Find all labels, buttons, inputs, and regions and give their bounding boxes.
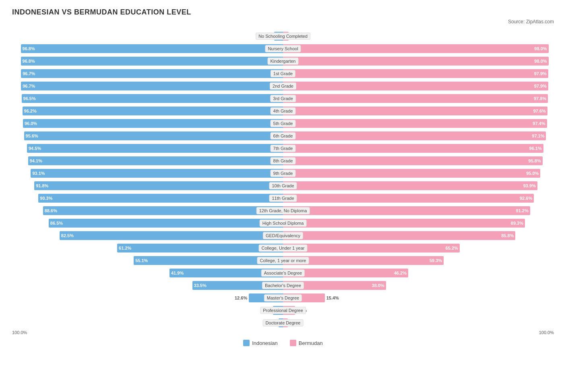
left-bar	[117, 244, 283, 252]
right-half: 97.9%	[283, 69, 554, 78]
right-value-label: 96.1%	[529, 146, 543, 151]
left-value-label: 96.7%	[21, 84, 35, 88]
left-bar	[38, 194, 283, 203]
left-half: 3.2%	[12, 32, 283, 41]
right-value-label: 98.0%	[534, 59, 548, 64]
chart-row: 12.6%Master's Degree15.4%	[12, 293, 554, 303]
right-value-label: 59.3%	[430, 258, 444, 263]
right-half: 15.4%	[283, 293, 554, 302]
chart-container: 3.2%No Schooling Completed2.1%96.8%Nurse…	[12, 31, 554, 346]
right-half: 95.0%	[283, 169, 554, 178]
right-half: 97.8%	[283, 94, 554, 103]
left-value-label: 95.6%	[24, 133, 38, 138]
axis-row: 100.0% 100.0%	[12, 330, 554, 335]
left-half: 94.5%	[12, 144, 283, 153]
row-center-label: 3rd Grade	[270, 95, 296, 102]
left-value-label: 93.1%	[31, 171, 45, 176]
row-center-label: College, Under 1 year	[258, 244, 307, 252]
rows-wrapper: 3.2%No Schooling Completed2.1%96.8%Nurse…	[12, 31, 554, 328]
row-center-label: GED/Equivalency	[263, 232, 303, 239]
right-bar	[283, 94, 548, 103]
row-center-label: Nursery School	[265, 45, 301, 52]
right-value-label: 97.9%	[534, 71, 548, 76]
chart-row: 93.1%9th Grade95.0%	[12, 168, 554, 179]
left-bar	[34, 181, 283, 190]
left-half: 91.8%	[12, 181, 283, 190]
left-half: 96.8%	[12, 44, 283, 53]
chart-row: 88.6%12th Grade, No Diploma91.2%	[12, 205, 554, 216]
left-bar	[43, 206, 283, 215]
left-value-label: 33.5%	[192, 283, 207, 288]
chart-row: 3.7%Professional Degree4.4%	[12, 305, 554, 316]
left-bar	[23, 119, 283, 128]
left-half: 95.6%	[12, 131, 283, 140]
left-value-label: 86.5%	[49, 221, 63, 226]
chart-row: 91.8%10th Grade93.9%	[12, 181, 554, 191]
right-half: 98.0%	[283, 57, 554, 66]
left-bar	[60, 231, 283, 240]
left-value-label: 12.6%	[235, 296, 249, 300]
chart-row: 82.5%GED/Equivalency85.8%	[12, 230, 554, 241]
row-center-label: 1st Grade	[271, 70, 295, 77]
left-bar	[21, 69, 283, 78]
right-bar	[283, 107, 547, 115]
left-half: 55.1%	[12, 256, 283, 265]
right-value-label: 95.8%	[529, 158, 543, 163]
left-half: 94.1%	[12, 156, 283, 165]
row-center-label: 11th Grade	[269, 195, 297, 202]
right-bar	[283, 156, 543, 165]
row-center-label: Professional Degree	[260, 307, 306, 314]
left-half: 96.7%	[12, 82, 283, 90]
left-value-label: 94.5%	[27, 146, 41, 151]
right-bar	[283, 231, 515, 240]
row-center-label: 12th Grade, No Diploma	[256, 207, 310, 214]
right-half: 89.3%	[283, 219, 554, 228]
left-value-label: 94.1%	[28, 158, 42, 163]
right-bar	[283, 82, 548, 90]
row-center-label: 8th Grade	[271, 157, 296, 164]
row-center-label: Kindergarten	[268, 57, 299, 65]
left-half: 96.8%	[12, 57, 283, 66]
left-half: 96.2%	[12, 107, 283, 115]
row-center-label: 9th Grade	[271, 170, 296, 177]
right-bar	[283, 169, 540, 178]
left-half: 86.5%	[12, 219, 283, 228]
right-half: 96.1%	[283, 144, 554, 153]
left-half: 96.5%	[12, 94, 283, 103]
left-bar	[21, 44, 283, 53]
legend-indonesian: Indonesian	[243, 340, 278, 346]
left-half: 96.0%	[12, 119, 283, 128]
chart-row: 96.0%5th Grade97.4%	[12, 118, 554, 129]
row-center-label: Master's Degree	[264, 294, 302, 302]
row-center-label: 10th Grade	[269, 182, 297, 189]
right-bar	[283, 194, 534, 203]
left-value-label: 91.8%	[34, 183, 48, 188]
right-value-label: 97.9%	[534, 84, 548, 88]
chart-row: 61.2%College, Under 1 year65.2%	[12, 243, 554, 253]
right-value-label: 97.4%	[533, 121, 547, 126]
axis-left: 100.0%	[12, 330, 283, 335]
left-value-label: 90.3%	[38, 196, 52, 201]
chart-row: 41.9%Associate's Degree46.2%	[12, 268, 554, 278]
chart-row: 55.1%College, 1 year or more59.3%	[12, 255, 554, 266]
chart-row: 96.8%Nursery School98.0%	[12, 43, 554, 54]
left-half: 12.6%	[12, 293, 283, 302]
legend-box-indonesian	[243, 340, 250, 346]
right-bar	[283, 44, 549, 53]
row-center-label: College, 1 year or more	[257, 257, 309, 264]
left-half: 61.2%	[12, 244, 283, 252]
right-bar	[283, 144, 543, 153]
right-half: 65.2%	[283, 244, 554, 252]
right-value-label: 97.6%	[533, 109, 547, 113]
left-half: 88.6%	[12, 206, 283, 215]
right-value-label: 93.9%	[523, 183, 537, 188]
legend: Indonesian Bermudan	[12, 340, 554, 346]
source: Source: ZipAtlas.com	[12, 19, 554, 25]
right-bar	[283, 244, 460, 252]
right-half: 46.2%	[283, 269, 554, 277]
right-value-label: 38.0%	[372, 283, 386, 288]
chart-row: 96.7%2nd Grade97.9%	[12, 81, 554, 91]
left-value-label: 96.8%	[21, 46, 35, 51]
left-value-label: 41.9%	[169, 271, 184, 275]
right-half: 97.9%	[283, 82, 554, 90]
